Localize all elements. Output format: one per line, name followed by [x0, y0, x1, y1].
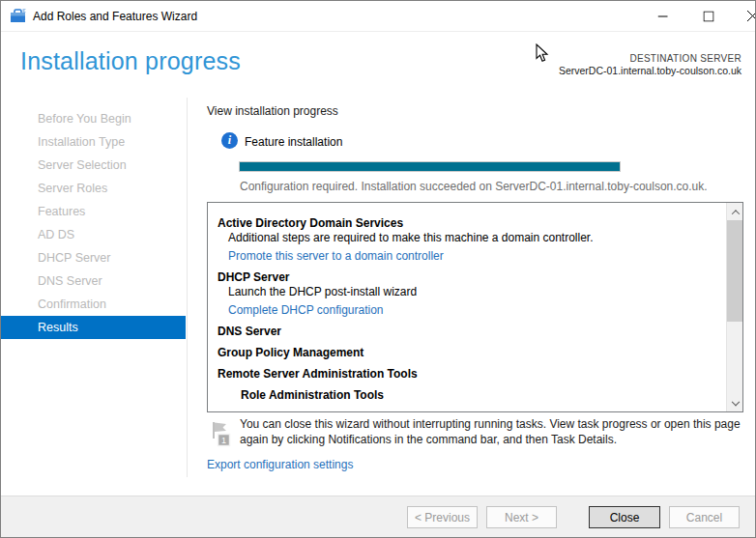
- sidebar-step-item[interactable]: AD DS: [1, 223, 186, 246]
- maximize-button[interactable]: [686, 1, 731, 32]
- progress-bar: [239, 161, 621, 172]
- sidebar-step-item[interactable]: Features: [1, 200, 186, 223]
- result-item: Additional steps are required to make th…: [208, 231, 725, 245]
- scrollbar[interactable]: [726, 203, 742, 411]
- result-item: Promote this server to a domain controll…: [208, 249, 725, 264]
- wizard-button[interactable]: Close: [589, 506, 660, 528]
- sidebar-step-item[interactable]: Confirmation: [1, 293, 186, 316]
- progress-bar-fill: [240, 162, 620, 171]
- close-wizard-note: You can close this wizard without interr…: [240, 417, 746, 447]
- sidebar-step-item[interactable]: Installation Type: [1, 130, 186, 154]
- export-configuration-link[interactable]: Export configuration settings: [207, 458, 353, 471]
- footer-bar: < Previous Next > Close Cancel: [1, 496, 755, 537]
- wizard-button[interactable]: < Previous: [407, 506, 478, 528]
- sidebar-step-item[interactable]: Server Roles: [1, 177, 186, 200]
- window-title: Add Roles and Features Wizard: [33, 10, 197, 23]
- destination-server-block: DESTINATION SERVER ServerDC-01.internal.…: [559, 52, 741, 77]
- task-flag-icon: 1: [211, 421, 234, 448]
- add-roles-features-wizard-window: Add Roles and Features Wizard Installati…: [0, 0, 756, 538]
- minimize-button[interactable]: [641, 1, 685, 32]
- mouse-cursor: [536, 43, 549, 67]
- wizard-buttons: < Previous Next > Close Cancel: [407, 506, 748, 528]
- destination-server-name: ServerDC-01.internal.toby-coulson.co.uk: [559, 65, 741, 77]
- result-item: Remote Server Administration Tools: [208, 367, 725, 382]
- result-item: Launch the DHCP post-install wizard: [208, 285, 725, 299]
- section-title: View installation progress: [207, 104, 338, 118]
- feature-installation-label: Feature installation: [245, 135, 342, 149]
- result-item: Complete DHCP configuration: [208, 303, 725, 318]
- page-title: Installation progress: [20, 47, 241, 75]
- result-item: DHCP Server: [208, 270, 725, 285]
- result-item: DNS Server: [208, 325, 725, 339]
- results-list: Active Directory Domain Services Additio…: [208, 203, 725, 411]
- result-item: Role Administration Tools: [208, 388, 725, 403]
- sidebar-step-item[interactable]: Results: [1, 316, 186, 339]
- destination-server-label: DESTINATION SERVER: [559, 52, 741, 65]
- scrollbar-thumb[interactable]: [727, 220, 743, 322]
- sidebar-step-item[interactable]: Before You Begin: [1, 107, 186, 130]
- scroll-up-icon[interactable]: [727, 203, 743, 219]
- info-icon: i: [221, 132, 238, 149]
- sidebar-step-item[interactable]: Server Selection: [1, 154, 186, 177]
- installation-status-text: Configuration required. Installation suc…: [240, 180, 708, 193]
- result-item: Active Directory Domain Services: [208, 216, 725, 231]
- scroll-down-icon[interactable]: [727, 395, 743, 411]
- title-bar: Add Roles and Features Wizard: [1, 1, 755, 32]
- wizard-toolbox-icon: [10, 9, 27, 24]
- sidebar-step-item[interactable]: DHCP Server: [1, 246, 186, 269]
- result-item: Group Policy Management: [208, 346, 725, 360]
- wizard-button[interactable]: Next >: [486, 506, 557, 528]
- nav-separator: [187, 98, 188, 477]
- close-window-icon[interactable]: [731, 1, 756, 32]
- sidebar-step-item[interactable]: DNS Server: [1, 269, 186, 293]
- result-item: AD DS and AD LDS Tools: [208, 410, 725, 411]
- wizard-button[interactable]: Cancel: [669, 506, 740, 528]
- results-listbox: Active Directory Domain Services Additio…: [207, 202, 743, 412]
- flag-badge-count: 1: [221, 436, 226, 445]
- wizard-steps-sidebar: Before You Begin Installation Type Serve…: [1, 107, 186, 339]
